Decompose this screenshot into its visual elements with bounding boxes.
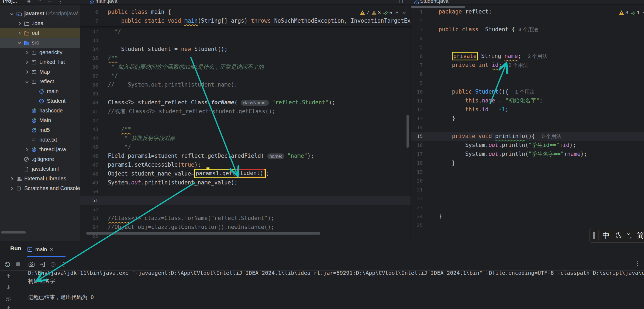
code-line-54[interactable]: 54//Object obj=clazz.getConstructor().ne… [80, 223, 411, 232]
line-number[interactable]: 42 [80, 116, 98, 125]
code-line-7[interactable]: 7 public static void main(String[] args)… [80, 16, 411, 25]
line-number[interactable]: 39 [80, 89, 98, 98]
ime-punct-mode[interactable]: °, [627, 231, 632, 240]
line-number[interactable]: 23 [411, 203, 423, 212]
line-number[interactable]: 5 [411, 43, 423, 52]
code-line-41[interactable]: 41//或者 Class<?> student_reflect=student.… [80, 107, 411, 116]
code-line-4[interactable]: 4 [411, 34, 644, 43]
code-line-6[interactable]: 6 private String name; 2 个用法 [411, 52, 644, 61]
code-line-1[interactable]: 1package reflect; [411, 7, 644, 16]
chevron-down-icon[interactable] [9, 11, 15, 16]
code-line-7[interactable]: 7 private int id; 2 个用法 [411, 61, 644, 70]
collapse-all-icon[interactable]: ⌃ [38, 0, 42, 4]
tree-item-src[interactable]: src [0, 38, 80, 48]
tree-item-map[interactable]: Map [0, 67, 80, 77]
locate-file-icon[interactable]: ⊕ [27, 0, 31, 4]
line-number[interactable]: 4 [411, 34, 423, 43]
editor-main-java[interactable]: 32 */3334 Student student = new Student(… [80, 4, 411, 241]
stop-icon[interactable] [15, 261, 22, 268]
code-line-39[interactable]: 39 [80, 89, 411, 98]
profiler-icon[interactable] [50, 261, 57, 268]
line-number[interactable]: 22 [411, 194, 423, 203]
prev-problem-icon[interactable] [394, 10, 400, 15]
warning-badge[interactable]: 7 [360, 10, 369, 16]
code-line-21[interactable]: 21 [411, 185, 644, 194]
tree-item-javatest[interactable]: javatest D:\script\java\ [0, 9, 80, 19]
tree-item-hashcode[interactable]: Chashcode [0, 106, 80, 116]
inspections-widget[interactable]: 31 [619, 10, 644, 16]
more-icon[interactable] [60, 261, 67, 268]
code-line-46[interactable]: 46Field params1=student_reflect.getDecla… [80, 152, 411, 160]
scroll-to-end-icon[interactable] [5, 305, 12, 309]
code-line-37[interactable]: 37 */ [80, 71, 411, 80]
editor-main-hscrollbar[interactable] [86, 232, 320, 235]
code-line-16[interactable]: 16 System.out.println("学生id=="+id); [411, 141, 644, 150]
tree-item-student[interactable]: CStudent [0, 96, 80, 106]
code-line-18[interactable]: 18 } [411, 159, 644, 167]
line-number[interactable]: 19 [411, 167, 423, 176]
code-line-34[interactable]: 34 Student student = new Student(); [80, 45, 411, 54]
passed-badge[interactable]: 5 [383, 10, 392, 16]
tree-item--idea[interactable]: .idea [0, 19, 80, 28]
code-line-52[interactable]: 52 [80, 205, 411, 214]
chevron-right-icon[interactable] [9, 186, 15, 191]
chevron-right-icon[interactable] [17, 21, 22, 26]
weak-warning-badge[interactable]: 3 [371, 10, 381, 16]
code-line-8[interactable]: 8 [411, 70, 644, 78]
line-number[interactable]: 25 [411, 221, 423, 230]
ime-simplified-mode[interactable]: 简 [637, 231, 644, 240]
code-line-35[interactable]: 35/** [80, 54, 411, 63]
tree-item-linked-list[interactable]: Linked_list [0, 57, 80, 67]
chevron-right-icon[interactable] [17, 30, 22, 36]
code-line-45[interactable]: 45 */ [80, 143, 411, 152]
inspections-widget[interactable]: 735 [360, 10, 407, 16]
tree-item-thread-java[interactable]: Cthread.java [0, 145, 80, 154]
hide-panel-icon[interactable]: ─ [48, 0, 51, 4]
code-line-15[interactable]: 15 private void printinfo(){ 0 个用法 [411, 132, 644, 141]
editor-main-vscrollbar[interactable] [407, 115, 409, 148]
chevron-right-icon[interactable] [24, 69, 30, 75]
line-number[interactable]: 33 [80, 36, 98, 45]
line-number[interactable]: 2 [411, 16, 423, 25]
scroll-down-icon[interactable] [5, 284, 12, 291]
tab-main-java[interactable]: main.java [95, 0, 117, 4]
panel-more-icon[interactable] [634, 260, 641, 267]
run-tab-main[interactable]: main ✕ [27, 243, 53, 255]
moon-icon[interactable] [615, 232, 622, 239]
tree-item-main[interactable]: CMain [0, 116, 80, 125]
tree-item-note-txt[interactable]: note.txt [0, 135, 80, 145]
tree-item-genericity[interactable]: genericity [0, 48, 80, 57]
soft-wrap-icon[interactable] [5, 295, 12, 302]
tree-item-reflect[interactable]: reflect [0, 77, 80, 87]
code-line-12[interactable]: 12 this.id = -1; [411, 105, 644, 114]
chevron-down-icon[interactable] [17, 40, 22, 46]
close-tab-icon[interactable]: ✕ [49, 246, 53, 252]
code-line-24[interactable]: 24} [411, 212, 644, 221]
passed-badge[interactable]: 1 [630, 10, 640, 16]
code-line-2[interactable]: 2 [411, 16, 644, 25]
screenshot-icon[interactable] [28, 261, 35, 268]
tree-item-main[interactable]: Cmain [0, 87, 80, 96]
line-number[interactable]: 20 [411, 176, 423, 185]
tree-item-scratches-and-consoles[interactable]: Scratches and Consoles [0, 184, 80, 193]
line-number[interactable]: 21 [411, 185, 423, 194]
code-line-11[interactable]: 11 this.name = "初始化名字"; [411, 96, 644, 105]
code-line-23[interactable]: 23 [411, 203, 644, 212]
code-line-48[interactable]: 48Object student_name_value=params1.get(… [80, 169, 411, 178]
tree-horizontal-scrollbar[interactable] [1, 231, 26, 234]
tree-item--gitignore[interactable]: .gitignore [0, 154, 80, 164]
code-line-40[interactable]: 40Class<?> student_reflect=Class.forName… [80, 98, 411, 107]
next-problem-icon[interactable] [401, 10, 407, 15]
scroll-up-icon[interactable] [5, 273, 12, 280]
code-line-32[interactable]: 32 */ [80, 27, 411, 36]
chevron-right-icon[interactable] [24, 50, 30, 55]
warning-badge[interactable]: 3 [619, 10, 628, 16]
code-line-50[interactable]: 50 [80, 187, 411, 196]
prev-problem-icon[interactable] [642, 10, 644, 15]
code-line-20[interactable]: 20 [411, 176, 644, 185]
code-line-44[interactable]: 44 * 获取反射字段对象 [80, 134, 411, 143]
line-number[interactable]: 9 [411, 78, 423, 87]
code-line-5[interactable]: 5 [411, 43, 644, 52]
code-line-42[interactable]: 42 [80, 116, 411, 125]
line-number[interactable]: 52 [80, 205, 98, 214]
